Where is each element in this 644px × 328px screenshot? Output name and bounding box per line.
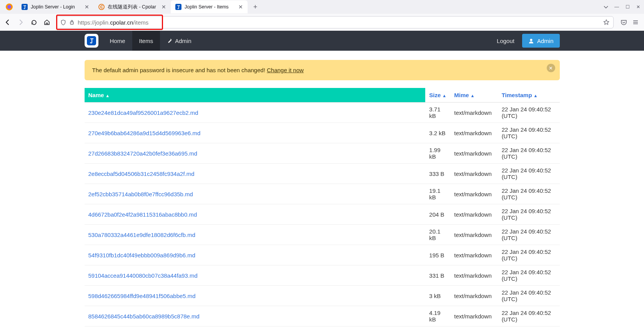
reload-button[interactable] [30, 18, 38, 26]
item-link[interactable]: 54f9310fb1dc40f49ebbb009a869d9b6.md [88, 252, 196, 258]
cell-name: 230e24e81dca49af9526001a9627ecb2.md [85, 103, 426, 123]
cell-size: 204 B [425, 204, 450, 225]
nav-admin[interactable]: Admin [160, 31, 198, 51]
item-link[interactable]: 2ef52cbb35714ab0b8f0e7ffcc96d35b.md [88, 191, 193, 197]
col-header-timestamp[interactable]: Timestamp▲ [498, 88, 560, 103]
cell-mime: text/markdown [450, 286, 498, 306]
table-row: 59104accea91440080cb07c38a44fa93.md331 B… [85, 265, 560, 286]
col-header-name[interactable]: Name▲ [85, 88, 426, 103]
alert-close-button[interactable]: ✕ [547, 64, 555, 72]
cell-size: 3 kB [425, 286, 450, 306]
cell-timestamp: 22 Jan 24 09:40:52 (UTC) [498, 204, 560, 225]
sort-asc-icon: ▲ [534, 93, 538, 98]
cell-size: 331 B [425, 265, 450, 286]
firefox-logo-icon [5, 2, 14, 12]
cell-name: 8584626845c44b5ab60ca8989b5c878e.md [85, 306, 426, 326]
cell-mime: text/markdown [450, 326, 498, 328]
table-row: 270e49b6bab64286a9d15d4d569963e6.md3.2 k… [85, 123, 560, 143]
browser-tab[interactable]: 在线隧道列表 - Cpolar✕ [94, 0, 171, 13]
item-link[interactable]: 270e49b6bab64286a9d15d4d569963e6.md [88, 130, 201, 136]
cell-timestamp: 22 Jan 24 09:40:52 (UTC) [498, 143, 560, 164]
item-link[interactable]: 27d26683b8324720a42b0fef3e36a695.md [88, 150, 198, 157]
cell-timestamp: 22 Jan 24 09:40:52 (UTC) [498, 265, 560, 286]
forward-button[interactable] [17, 18, 25, 26]
alert-link[interactable]: Change it now [267, 67, 304, 73]
sort-asc-icon: ▲ [471, 93, 475, 98]
cell-mime: text/markdown [450, 184, 498, 204]
browser-tab[interactable]: Joplin Server - Items✕ [171, 0, 248, 13]
bookmark-star-icon[interactable] [603, 19, 609, 25]
cell-mime: text/markdown [450, 143, 498, 164]
item-link[interactable]: 59104accea91440080cb07c38a44fa93.md [88, 272, 198, 279]
minimize-button[interactable]: — [614, 4, 619, 10]
svg-point-1 [7, 5, 11, 9]
svg-point-7 [530, 39, 532, 41]
table-row: 2ef52cbb35714ab0b8f0e7ffcc96d35b.md19.1 … [85, 184, 560, 204]
address-bar[interactable]: https://joplin.cpolar.cn/items [56, 16, 614, 28]
user-icon [528, 38, 534, 44]
tab-favicon-icon [22, 4, 28, 10]
app-menu-icon[interactable] [632, 19, 639, 25]
maximize-button[interactable]: ☐ [625, 4, 630, 10]
nav-items[interactable]: Items [132, 31, 160, 51]
table-row: 4d6672ba0f2e4f2a98115316abac8bb0.md204 B… [85, 204, 560, 225]
item-link[interactable]: 230e24e81dca49af9526001a9627ecb2.md [88, 109, 198, 116]
tab-close-button[interactable]: ✕ [85, 4, 89, 10]
close-window-button[interactable]: ✕ [636, 4, 641, 10]
col-header-size[interactable]: Size▲ [425, 88, 450, 103]
item-link[interactable]: 2e8eccbaf5d04506b31c2458fc934a2f.md [88, 171, 195, 177]
item-link[interactable]: 598d462665984ffd9e48941f506abbe5.md [88, 293, 196, 299]
joplin-logo-icon[interactable] [85, 34, 98, 48]
cell-mime: text/markdown [450, 306, 498, 326]
window-controls: — ☐ ✕ [603, 4, 644, 10]
svg-rect-5 [70, 22, 73, 24]
warning-alert: The default admin password is insecure a… [85, 60, 560, 80]
cell-size: 20.1 kB [425, 225, 450, 245]
cell-name: 27d26683b8324720a42b0fef3e36a695.md [85, 143, 426, 164]
cell-mime: text/markdown [450, 225, 498, 245]
cell-timestamp: 22 Jan 24 09:40:52 (UTC) [498, 225, 560, 245]
tab-title: 在线隧道列表 - Cpolar [108, 4, 158, 10]
chevron-down-icon[interactable] [603, 4, 609, 10]
table-row: 2e8eccbaf5d04506b31c2458fc934a2f.md333 B… [85, 164, 560, 184]
nav-home[interactable]: Home [103, 31, 132, 51]
tab-title: Joplin Server - Items [185, 4, 235, 10]
tab-close-button[interactable]: ✕ [238, 4, 243, 10]
cell-size: 195 B [425, 245, 450, 265]
sort-asc-icon: ▲ [105, 93, 110, 98]
cell-size: 333 B [425, 164, 450, 184]
admin-button[interactable]: Admin [522, 34, 560, 48]
app-navbar: Home Items Admin Logout Admin [0, 31, 644, 51]
cell-size: 1.99 kB [425, 143, 450, 164]
item-link[interactable]: 530a780332a4461e9dfe18082d6f6cfb.md [88, 232, 196, 238]
cell-name: 2e8eccbaf5d04506b31c2458fc934a2f.md [85, 164, 426, 184]
cell-timestamp: 22 Jan 24 09:40:52 (UTC) [498, 103, 560, 123]
tab-favicon-icon [98, 4, 105, 10]
cell-name: 530a780332a4461e9dfe18082d6f6cfb.md [85, 225, 426, 245]
cell-name: b18cb1bb40844a0dbafcc519083d4db4.md [85, 326, 426, 328]
cell-size: 3.2 kB [425, 123, 450, 143]
item-link[interactable]: 8584626845c44b5ab60ca8989b5c878e.md [88, 313, 200, 320]
back-button[interactable] [4, 18, 12, 26]
col-header-mime[interactable]: Mime▲ [450, 88, 498, 103]
alert-text: The default admin password is insecure a… [92, 67, 267, 73]
tab-strip: Joplin Server - Login✕在线隧道列表 - Cpolar✕Jo… [0, 0, 644, 14]
shield-icon [60, 20, 66, 25]
table-row: b18cb1bb40844a0dbafcc519083d4db4.md744 B… [85, 326, 560, 328]
tab-title: Joplin Server - Login [31, 4, 82, 10]
url-text: https://joplin.cpolar.cn/items [78, 19, 148, 26]
cell-size: 744 B [425, 326, 450, 328]
home-button[interactable] [43, 18, 51, 26]
item-link[interactable]: 4d6672ba0f2e4f2a98115316abac8bb0.md [88, 211, 197, 218]
pocket-icon[interactable] [621, 19, 627, 26]
logout-link[interactable]: Logout [489, 38, 522, 44]
new-tab-button[interactable]: + [250, 2, 261, 12]
cell-name: 2ef52cbb35714ab0b8f0e7ffcc96d35b.md [85, 184, 426, 204]
cell-name: 598d462665984ffd9e48941f506abbe5.md [85, 286, 426, 306]
cell-size: 3.71 kB [425, 103, 450, 123]
browser-tab[interactable]: Joplin Server - Login✕ [17, 0, 94, 13]
cell-name: 54f9310fb1dc40f49ebbb009a869d9b6.md [85, 245, 426, 265]
table-row: 530a780332a4461e9dfe18082d6f6cfb.md20.1 … [85, 225, 560, 245]
table-row: 54f9310fb1dc40f49ebbb009a869d9b6.md195 B… [85, 245, 560, 265]
tab-close-button[interactable]: ✕ [161, 4, 166, 10]
